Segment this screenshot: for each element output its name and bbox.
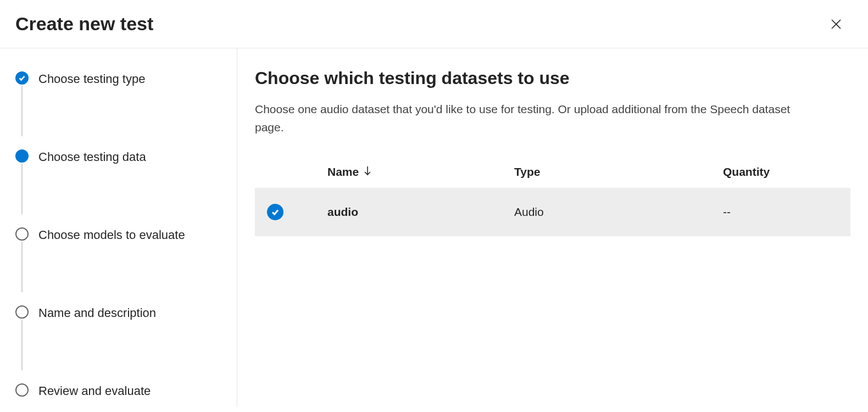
- step-connector: [21, 320, 23, 370]
- wizard-steps-sidebar: Choose testing type Choose testing data …: [0, 48, 237, 407]
- step-indicator-pending-icon: [15, 227, 29, 241]
- main-content: Choose which testing datasets to use Cho…: [237, 48, 868, 407]
- row-select-checkbox[interactable]: [267, 204, 283, 220]
- dialog-title: Create new test: [15, 13, 153, 35]
- table-header-type[interactable]: Type: [514, 165, 723, 179]
- step-label: Choose testing type: [38, 70, 145, 87]
- table-header-quantity-label: Quantity: [723, 165, 770, 179]
- row-type-cell: Audio: [514, 205, 723, 219]
- page-description: Choose one audio dataset that you'd like…: [255, 101, 804, 136]
- table-header-row: Name Type Quantity: [255, 156, 850, 188]
- table-header-name-label: Name: [327, 165, 359, 179]
- table-header-type-label: Type: [514, 165, 540, 179]
- table-header-quantity[interactable]: Quantity: [723, 165, 838, 179]
- sort-descending-icon: [363, 165, 372, 179]
- wizard-step-choose-testing-data[interactable]: Choose testing data: [15, 148, 221, 172]
- dialog-header: Create new test: [0, 0, 868, 48]
- checkmark-icon: [271, 208, 280, 216]
- datasets-table: Name Type Quantity audio: [255, 156, 850, 236]
- step-label: Choose testing data: [38, 148, 146, 165]
- table-row[interactable]: audio Audio --: [255, 188, 850, 236]
- step-indicator-pending-icon: [15, 305, 29, 319]
- wizard-step-review-evaluate[interactable]: Review and evaluate: [15, 382, 221, 407]
- step-label: Name and description: [38, 304, 156, 321]
- row-name-cell: audio: [327, 205, 514, 219]
- row-select-cell: [267, 204, 327, 220]
- step-indicator-current-icon: [15, 149, 29, 163]
- step-indicator-pending-icon: [15, 383, 29, 397]
- step-connector: [21, 164, 23, 214]
- row-quantity-cell: --: [723, 205, 838, 219]
- table-header-name[interactable]: Name: [327, 165, 514, 179]
- wizard-step-name-description[interactable]: Name and description: [15, 304, 221, 329]
- wizard-step-choose-testing-type[interactable]: Choose testing type: [15, 70, 221, 94]
- step-indicator-completed-icon: [15, 71, 29, 85]
- step-connector: [21, 242, 23, 292]
- page-heading: Choose which testing datasets to use: [255, 68, 850, 88]
- dialog-body: Choose testing type Choose testing data …: [0, 48, 868, 407]
- wizard-steps-list: Choose testing type Choose testing data …: [15, 70, 221, 407]
- step-label: Choose models to evaluate: [38, 226, 185, 243]
- step-connector: [21, 86, 23, 136]
- close-icon: [830, 18, 843, 31]
- step-label: Review and evaluate: [38, 382, 151, 399]
- wizard-step-choose-models[interactable]: Choose models to evaluate: [15, 226, 221, 250]
- close-button[interactable]: [826, 14, 846, 34]
